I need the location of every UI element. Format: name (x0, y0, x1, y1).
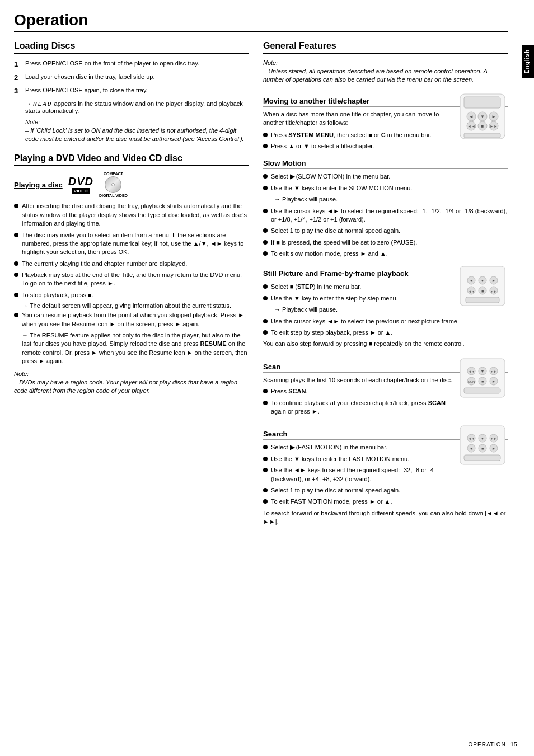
sp-bullet-2: Use the ▼ key to enter the step by step … (263, 294, 453, 303)
loading-step-3: 3 Press OPEN/CLOSE again, to close the t… (14, 86, 249, 96)
loading-discs-title: Loading Discs (14, 41, 249, 54)
still-picture-extra: You can also step forward by pressing ■ … (263, 340, 508, 348)
moving-bullet-1: Press SYSTEM MENU, then select ■ or C in… (263, 131, 452, 139)
svg-text:◄◄: ◄◄ (467, 124, 475, 128)
svg-rect-36 (464, 388, 500, 393)
loading-step-1: 1 Press OPEN/CLOSE on the front of the p… (14, 59, 249, 69)
page-number: 15 (510, 741, 517, 748)
svg-text:►►: ►► (490, 290, 497, 293)
search-extra: To search forward or backward through di… (263, 509, 508, 527)
dvd-bullet-5: To stop playback, press ■. (14, 291, 249, 299)
sm-arrow-pause: → Playback will pause. (263, 195, 508, 204)
remote-control-image-moving: ◄ ▼ ► ◄◄ ■ ►► (457, 91, 508, 143)
dvd-bullet-3: The currently playing title and chapter … (14, 260, 249, 268)
svg-text:◄: ◄ (469, 114, 474, 119)
page-footer: Operation 15 (469, 741, 517, 748)
sm-bullet-4: Select 1 to play the disc at normal spee… (263, 227, 508, 235)
moving-section: ◄ ▼ ► ◄◄ ■ ►► Moving to another title/ch… (263, 91, 508, 154)
svg-text:►: ► (492, 379, 496, 383)
svg-rect-1 (464, 97, 500, 108)
compact-disc-logo: COMPACT DIGITAL VIDEO (99, 172, 128, 198)
page-title: Operation (14, 11, 508, 32)
slow-motion-title: Slow Motion (263, 159, 508, 169)
remote-control-image-search: ◄◄ ▼ ►► ◄ ■ ► (457, 424, 508, 467)
resume-bullet-1: You can resume playback from the point a… (14, 311, 249, 328)
side-language-tab: English (522, 45, 534, 78)
svg-text:◄: ◄ (470, 447, 474, 450)
svg-text:■: ■ (481, 124, 484, 129)
sp-arrow-pause: → Playback will pause. (263, 306, 453, 314)
svg-text:►►: ►► (490, 370, 497, 373)
svg-rect-8 (464, 133, 500, 138)
svg-text:▼: ▼ (481, 436, 485, 440)
loading-steps-list: 1 Press OPEN/CLOSE on the front of the p… (14, 59, 249, 97)
still-remote-svg: ◄ ▼ ► ◄◄ ■ ►► (457, 264, 508, 308)
search-section: ◄◄ ▼ ►► ◄ ■ ► Search Select ▶ (FAST MOTI… (263, 424, 508, 526)
read-display-text: → READ appears in the status window and … (25, 100, 249, 114)
sm-bullet-6: To exit slow motion mode, press ► and ▲. (263, 250, 508, 258)
svg-rect-22 (466, 297, 499, 303)
resume-feature-note: → The RESUME feature applies not only to… (22, 331, 249, 366)
dvd-region-note: Note: – DVDs may have a region code. You… (14, 370, 249, 396)
svg-text:■: ■ (481, 289, 484, 293)
playing-disc-header: Playing a disc DVD VIDEO COMPACT (14, 172, 249, 198)
search-bullet-2: Use the ▼ keys to enter the FAST MOTION … (263, 455, 453, 463)
still-picture-section: ◄ ▼ ► ◄◄ ■ ►► Still Picture and Frame-by… (263, 264, 508, 351)
playing-dvd-title: Playing a DVD Video and Video CD disc (14, 153, 249, 166)
dvd-logo: DVD VIDEO (68, 175, 93, 194)
scan-bullet-1: Press SCAN. (263, 387, 453, 396)
search-bullet-3: Use the ◄► keys to select the required s… (263, 466, 453, 483)
sm-bullet-1: Select ▶ (SLOW MOTION) in the menu bar. (263, 172, 508, 181)
slow-motion-bullets: Select ▶ (SLOW MOTION) in the menu bar. … (263, 172, 508, 258)
remote-svg: ◄ ▼ ► ◄◄ ■ ►► (457, 91, 508, 142)
svg-text:SCN: SCN (468, 380, 475, 383)
sp-bullet-1: Select ■ (STEP) in the menu bar. (263, 283, 453, 291)
svg-text:■: ■ (481, 447, 484, 450)
stop-playback-arrow: → The default screen will appear, giving… (22, 302, 249, 309)
dvd-bullet-4: Playback may stop at the end of the Titl… (14, 271, 249, 288)
moving-bullet-2: Press ▲ or ▼ to select a title/chapter. (263, 142, 452, 151)
resume-bullets: You can resume playback from the point a… (14, 311, 249, 328)
search-remote-svg: ◄◄ ▼ ►► ◄ ■ ► (457, 424, 508, 466)
footer-label: Operation (469, 741, 506, 748)
loading-step-2: 2 Load your chosen disc in the tray, lab… (14, 73, 249, 83)
svg-text:►: ► (491, 114, 496, 119)
sm-bullet-5: If ■ is pressed, the speed will be set t… (263, 238, 508, 247)
svg-text:■: ■ (481, 379, 484, 383)
svg-text:▼: ▼ (481, 369, 485, 373)
dvd-bullet-1: After inserting the disc and closing the… (14, 202, 249, 228)
sm-bullet-2: Use the ▼ keys to enter the SLOW MOTION … (263, 184, 508, 192)
svg-text:◄: ◄ (470, 279, 474, 283)
svg-text:▼: ▼ (480, 114, 485, 119)
sp-bullet-4: To exit step by step playback, press ► o… (263, 328, 508, 337)
sp-bullet-3: Use the cursor keys ◄► to select the pre… (263, 317, 508, 326)
playing-dvd-bullets: After inserting the disc and closing the… (14, 202, 249, 299)
svg-text:►: ► (492, 447, 496, 450)
search-bullet-5: To exit FAST MOTION mode, press ► or ▲. (263, 497, 508, 506)
search-bullet-1: Select ▶ (FAST MOTION) in the menu bar. (263, 443, 453, 452)
search-bullet-4: Select 1 to play the disc at normal spee… (263, 486, 508, 495)
slow-motion-section: Slow Motion Select ▶ (SLOW MOTION) in th… (263, 159, 508, 258)
svg-text:►: ► (492, 279, 496, 283)
svg-text:▼: ▼ (481, 279, 485, 283)
svg-text:◄◄: ◄◄ (468, 290, 475, 293)
remote-control-image-scan: ◄◄ ▼ ►► SCN ■ ► (457, 357, 508, 400)
loading-note: Note: – If 'Child Lock' is set to ON and… (25, 119, 249, 144)
dvd-bullet-2: The disc may invite you to select an ite… (14, 231, 249, 257)
svg-text:◄◄: ◄◄ (468, 437, 475, 440)
scan-bullet-2: To continue playback at your chosen chap… (263, 399, 453, 416)
svg-text:◄◄: ◄◄ (468, 370, 475, 373)
svg-text:►►: ►► (490, 437, 497, 440)
remote-control-image-still: ◄ ▼ ► ◄◄ ■ ►► (457, 264, 508, 309)
svg-text:►►: ►► (490, 124, 498, 128)
scan-section: ◄◄ ▼ ►► SCN ■ ► Scan Scanning plays the … (263, 357, 508, 419)
gf-note: Note: – Unless stated, all operations de… (263, 59, 508, 84)
general-features-title: General Features (263, 41, 508, 54)
svg-rect-50 (464, 455, 500, 461)
sm-bullet-3: Use the cursor keys ◄► to select the req… (263, 207, 508, 224)
scan-remote-svg: ◄◄ ▼ ►► SCN ■ ► (457, 357, 508, 399)
